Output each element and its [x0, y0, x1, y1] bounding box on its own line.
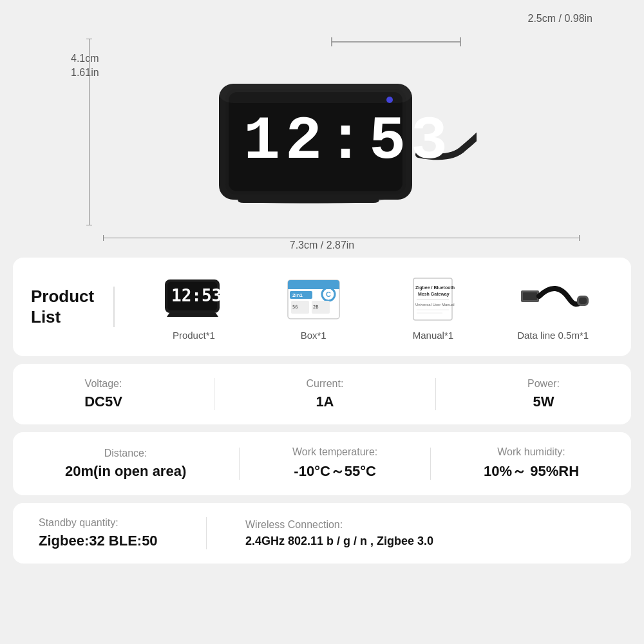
product-item-manual: Zigbee / Bluetooth Mesh Gateway Universa… — [397, 273, 468, 341]
spec-current-label: Current: — [307, 378, 344, 390]
product-item-label-device: Product*1 — [173, 330, 215, 341]
specs-card-wireless: Standby quantity: Zigbee:32 BLE:50 Wirel… — [13, 503, 631, 564]
divider-4 — [430, 448, 431, 480]
product-image-section: 4.1cm 1.61in 12:53 — [0, 0, 644, 258]
specs-card-power: Voltage: DC5V Current: 1A Power: 5W — [13, 364, 631, 424]
svg-text:2in1: 2in1 — [292, 292, 303, 298]
specs-section: ProductList 12:53 Product*1 — [0, 258, 644, 564]
clock-product-image: 12:53 — [161, 26, 483, 232]
product-item-box: 2in1 C 56 2B Box*1 — [278, 273, 349, 341]
svg-rect-32 — [523, 292, 537, 300]
dimension-height: 4.1cm 1.61in — [71, 52, 99, 80]
spec-humidity: Work humidity: 10%～ 95%RH — [484, 446, 579, 481]
svg-rect-6 — [219, 84, 412, 103]
product-item-label-cable: Data line 0.5m*1 — [517, 330, 589, 341]
divider-2 — [435, 378, 436, 410]
svg-text:56: 56 — [292, 305, 298, 310]
spec-voltage: Voltage: DC5V — [84, 378, 122, 410]
spec-power: Power: 5W — [527, 378, 560, 410]
spec-work-temp: Work temperature: -10°C～55°C — [292, 446, 377, 481]
product-item-device: 12:53 Product*1 — [158, 273, 229, 341]
product-list-card: ProductList 12:53 Product*1 — [13, 258, 631, 356]
spec-work-temp-label: Work temperature: — [292, 446, 377, 458]
svg-text:2B: 2B — [313, 305, 318, 310]
dimension-depth: 2.5cm / 0.98in — [528, 13, 593, 24]
product-item-label-box: Box*1 — [301, 330, 327, 341]
dimension-width: 7.3cm / 2.87in — [290, 240, 355, 251]
svg-text:Universal User Manual: Universal User Manual — [415, 303, 455, 307]
spec-current: Current: 1A — [307, 378, 344, 410]
spec-standby-label: Standby quantity: — [39, 517, 167, 529]
product-icon-clock: 12:53 — [158, 273, 229, 325]
spec-distance-value: 20m(in open area) — [65, 463, 186, 480]
svg-rect-34 — [579, 298, 587, 304]
svg-text:Mesh Gateway: Mesh Gateway — [418, 292, 450, 297]
product-item-cable: Data line 0.5m*1 — [517, 273, 589, 341]
spec-humidity-label: Work humidity: — [484, 446, 579, 458]
width-arrow — [103, 238, 580, 238]
specs-card-environment: Distance: 20m(in open area) Work tempera… — [13, 432, 631, 495]
product-list-title: ProductList — [31, 287, 115, 327]
svg-text:C: C — [326, 290, 331, 298]
product-items-list: 12:53 Product*1 — [134, 273, 613, 341]
spec-wireless-label: Wireless Connection: — [245, 519, 433, 531]
divider-3 — [239, 448, 240, 480]
spec-power-value: 5W — [527, 393, 560, 410]
svg-text:12:53: 12:53 — [171, 286, 222, 305]
svg-text:Zigbee / Bluetooth: Zigbee / Bluetooth — [415, 285, 455, 290]
product-icon-cable — [518, 273, 589, 325]
spec-wireless-value: 2.4GHz 802.11 b / g / n , Zigbee 3.0 — [245, 535, 433, 548]
spec-current-value: 1A — [307, 393, 344, 410]
height-arrow — [89, 39, 90, 225]
divider-5 — [206, 517, 207, 549]
spec-work-temp-value: -10°C～55°C — [292, 462, 377, 481]
spec-distance: Distance: 20m(in open area) — [65, 448, 186, 480]
spec-voltage-label: Voltage: — [84, 378, 122, 390]
spec-wireless: Wireless Connection: 2.4GHz 802.11 b / g… — [245, 519, 433, 548]
spec-humidity-value: 10%～ 95%RH — [484, 462, 579, 481]
divider-1 — [214, 378, 214, 410]
product-icon-box: 2in1 C 56 2B — [278, 273, 349, 325]
product-item-label-manual: Manual*1 — [413, 330, 453, 341]
svg-text:12:53: 12:53 — [243, 107, 453, 176]
spec-standby-value: Zigbee:32 BLE:50 — [39, 533, 167, 549]
spec-power-label: Power: — [527, 378, 560, 390]
spec-distance-label: Distance: — [65, 448, 186, 459]
spec-voltage-value: DC5V — [84, 393, 122, 410]
product-icon-manual: Zigbee / Bluetooth Mesh Gateway Universa… — [397, 273, 468, 325]
spec-standby: Standby quantity: Zigbee:32 BLE:50 — [39, 517, 167, 549]
